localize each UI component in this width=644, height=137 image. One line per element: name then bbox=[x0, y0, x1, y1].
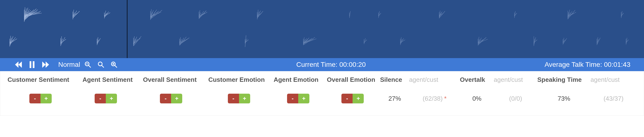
agent-emotion-minus[interactable]: - bbox=[287, 94, 298, 103]
col-overtalk: Overtalk bbox=[460, 76, 494, 84]
player-control-bar: Normal Current Time: 00:00:20 Average Ta… bbox=[0, 58, 644, 71]
rewind-icon bbox=[14, 61, 22, 68]
customer-sentiment-plus[interactable]: + bbox=[40, 94, 52, 103]
agent-sentiment-plus[interactable]: + bbox=[106, 94, 117, 103]
overall-sentiment-control: - + bbox=[160, 94, 182, 103]
playback-controls bbox=[14, 61, 50, 68]
customer-emotion-plus[interactable]: + bbox=[239, 94, 250, 103]
zoom-icon bbox=[98, 61, 104, 68]
overall-emotion-control: - + bbox=[342, 94, 364, 103]
pause-icon bbox=[29, 61, 35, 68]
agent-sentiment-minus[interactable]: - bbox=[95, 94, 106, 103]
svg-line-77 bbox=[621, 11, 622, 18]
forward-icon bbox=[42, 61, 50, 68]
col-agent-emotion: Agent Emotion bbox=[274, 76, 327, 84]
zoom-in-button[interactable] bbox=[111, 61, 118, 68]
svg-line-40 bbox=[150, 10, 162, 19]
waveform-area[interactable] bbox=[0, 0, 644, 58]
root: Normal Current Time: 00:00:20 Average Ta… bbox=[0, 0, 644, 116]
col-customer-emotion: Customer Emotion bbox=[208, 76, 274, 84]
svg-line-154 bbox=[626, 38, 627, 44]
metrics-panel: Customer Sentiment Agent Sentiment Overa… bbox=[0, 71, 644, 116]
col-overall-sentiment: Overall Sentiment bbox=[143, 76, 208, 84]
col-speaking-time: Speaking Time bbox=[537, 76, 590, 84]
svg-line-126 bbox=[364, 38, 366, 44]
overall-sentiment-plus[interactable]: + bbox=[171, 94, 182, 103]
customer-emotion-minus[interactable]: - bbox=[228, 94, 239, 103]
col-agent-sentiment: Agent Sentiment bbox=[82, 76, 143, 84]
zoom-reset-button[interactable] bbox=[98, 61, 104, 68]
speaking-pct: 73% bbox=[538, 95, 590, 102]
avg-talk-display: Average Talk Time: 00:01:43 bbox=[544, 61, 630, 68]
silence-pct: 27% bbox=[380, 95, 409, 102]
svg-line-47 bbox=[199, 12, 207, 17]
svg-line-66 bbox=[514, 11, 516, 18]
zoom-out-button[interactable] bbox=[84, 61, 91, 68]
current-time-label: Current Time: bbox=[296, 61, 339, 68]
customer-emotion-control: - + bbox=[228, 94, 250, 103]
svg-point-161 bbox=[98, 62, 102, 66]
overall-sentiment-minus[interactable]: - bbox=[160, 94, 171, 103]
overall-emotion-plus[interactable]: + bbox=[352, 94, 364, 103]
svg-rect-156 bbox=[30, 61, 31, 68]
svg-line-38 bbox=[150, 11, 159, 18]
svg-line-90 bbox=[61, 39, 66, 43]
silence-asterisk: * bbox=[444, 95, 446, 102]
svg-line-109 bbox=[180, 38, 189, 44]
zoom-in-icon bbox=[111, 61, 118, 68]
zoom-out-icon bbox=[84, 61, 91, 68]
svg-line-101 bbox=[134, 36, 141, 46]
svg-line-164 bbox=[115, 65, 117, 68]
avg-talk-value: 00:01:43 bbox=[604, 61, 630, 68]
col-overall-emotion: Overall Emotion bbox=[327, 76, 380, 84]
overall-emotion-minus[interactable]: - bbox=[342, 94, 352, 103]
speed-label[interactable]: Normal bbox=[58, 61, 80, 68]
agent-emotion-control: - + bbox=[287, 94, 310, 103]
metrics-header-row: Customer Sentiment Agent Sentiment Overa… bbox=[8, 76, 636, 84]
col-silence: Silence bbox=[380, 76, 409, 84]
zoom-controls bbox=[84, 61, 118, 68]
col-speaking-ratio-label: agent/cust bbox=[590, 76, 636, 84]
agent-emotion-plus[interactable]: + bbox=[298, 94, 310, 103]
svg-rect-157 bbox=[33, 61, 34, 68]
metrics-value-row: - + - + - + - + bbox=[8, 94, 636, 103]
current-time-display: Current Time: 00:00:20 bbox=[118, 61, 544, 68]
col-silence-ratio-label: agent/cust bbox=[409, 76, 460, 84]
svg-line-139 bbox=[478, 37, 486, 45]
silence-ratio-val: (62/38) bbox=[423, 95, 442, 102]
col-overtalk-ratio-label: agent/cust bbox=[494, 76, 537, 84]
rewind-button[interactable] bbox=[14, 61, 22, 68]
overtalk-pct: 0% bbox=[460, 95, 494, 102]
customer-sentiment-control: - + bbox=[29, 94, 52, 103]
avg-talk-label: Average Talk Time: bbox=[544, 61, 604, 68]
overtalk-ratio: (0/0) bbox=[494, 95, 537, 102]
forward-button[interactable] bbox=[42, 61, 50, 68]
svg-line-127 bbox=[364, 40, 367, 43]
silence-ratio: (62/38)* bbox=[409, 95, 460, 102]
col-customer-sentiment: Customer Sentiment bbox=[8, 76, 82, 84]
customer-sentiment-minus[interactable]: - bbox=[29, 94, 40, 103]
pause-button[interactable] bbox=[29, 61, 35, 68]
svg-line-159 bbox=[88, 65, 91, 68]
svg-line-108 bbox=[180, 39, 188, 44]
agent-sentiment-control: - + bbox=[95, 94, 117, 103]
svg-line-162 bbox=[102, 65, 104, 68]
speaking-ratio: (43/37) bbox=[590, 95, 636, 102]
current-time-value: 00:00:20 bbox=[339, 61, 366, 68]
